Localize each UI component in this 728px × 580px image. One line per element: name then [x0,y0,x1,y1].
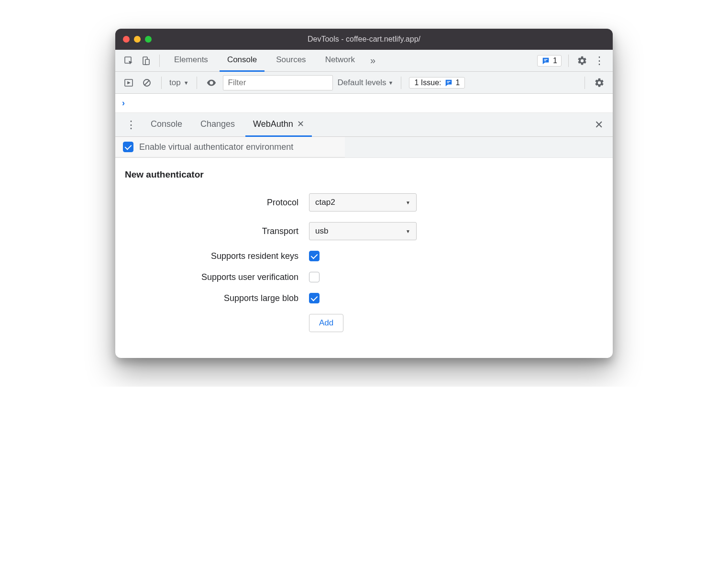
context-label: top [169,78,181,88]
divider [197,77,197,89]
prompt-chevron-icon: › [122,98,125,108]
console-toolbar: top ▼ Default levels ▼ 1 Issue: 1 [115,72,613,94]
context-selector[interactable]: top ▼ [169,78,189,88]
window-title: DevTools - coffee-cart.netlify.app/ [308,35,420,44]
enable-virtual-authenticator-checkbox[interactable] [123,142,133,152]
divider [161,77,162,89]
tab-console[interactable]: Console [220,50,265,72]
large-blob-label: Supports large blob [125,293,309,303]
add-button[interactable]: Add [309,314,343,332]
titlebar: DevTools - coffee-cart.netlify.app/ [115,29,613,50]
issues-badge[interactable]: 1 [537,55,562,67]
transport-select[interactable]: usb [309,222,417,240]
divider [585,77,585,89]
tab-elements[interactable]: Elements [166,50,216,72]
user-verification-checkbox[interactable] [309,272,320,282]
window-controls [123,36,152,43]
console-settings-icon[interactable] [593,76,606,89]
kebab-menu-icon[interactable]: ⋮ [593,54,606,67]
protocol-value: ctap2 [315,198,335,207]
minimize-window-button[interactable] [134,36,141,43]
enable-row: Enable virtual authenticator environment [115,137,613,158]
drawer-tab-console[interactable]: Console [143,113,190,137]
new-authenticator-form: New authenticator Protocol ctap2 Transpo… [115,158,613,358]
form-title: New authenticator [125,169,603,180]
issues-icon [541,56,550,65]
close-window-button[interactable] [123,36,130,43]
devtools-window: DevTools - coffee-cart.netlify.app/ Elem… [115,29,613,358]
close-drawer-icon[interactable]: ✕ [592,119,606,131]
issues-pill-text: 1 Issue: [414,78,441,87]
protocol-select[interactable]: ctap2 [309,193,417,212]
device-toolbar-icon[interactable] [139,54,153,67]
live-expression-icon[interactable] [205,76,218,89]
user-verification-label: Supports user verification [125,272,309,282]
close-tab-icon[interactable]: ✕ [297,119,304,129]
divider [568,55,569,67]
resident-keys-checkbox[interactable] [309,251,320,261]
more-tabs-icon[interactable]: » [366,55,379,66]
drawer-menu-icon[interactable]: ⋮ [122,119,140,131]
issues-pill-count: 1 [456,78,460,87]
divider [159,55,160,67]
tab-sources[interactable]: Sources [268,50,313,72]
issues-icon [444,78,453,87]
clear-console-icon[interactable] [140,76,154,89]
filter-input[interactable] [223,75,333,90]
drawer-tab-webauthn[interactable]: WebAuthn ✕ [245,113,312,137]
transport-value: usb [315,226,328,236]
maximize-window-button[interactable] [145,36,152,43]
protocol-label: Protocol [125,198,309,208]
log-levels-label: Default levels [338,78,386,88]
console-sidebar-toggle-icon[interactable] [122,76,135,89]
log-levels-selector[interactable]: Default levels ▼ [338,78,394,88]
settings-icon[interactable] [575,54,589,67]
tab-network[interactable]: Network [318,50,363,72]
drawer-tab-webauthn-label: WebAuthn [253,119,293,129]
svg-rect-2 [145,59,149,65]
main-toolbar: Elements Console Sources Network » 1 ⋮ [115,50,613,72]
drawer-tab-changes[interactable]: Changes [193,113,243,137]
issues-count: 1 [553,56,557,65]
large-blob-checkbox[interactable] [309,293,320,303]
resident-keys-label: Supports resident keys [125,251,309,261]
divider [401,77,401,89]
inspect-element-icon[interactable] [122,54,135,67]
issues-pill[interactable]: 1 Issue: 1 [409,77,465,89]
console-prompt[interactable]: › [115,94,613,113]
transport-label: Transport [125,226,309,236]
drawer-tabs: ⋮ Console Changes WebAuthn ✕ ✕ [115,113,613,137]
enable-virtual-authenticator-label: Enable virtual authenticator environment [139,142,293,152]
